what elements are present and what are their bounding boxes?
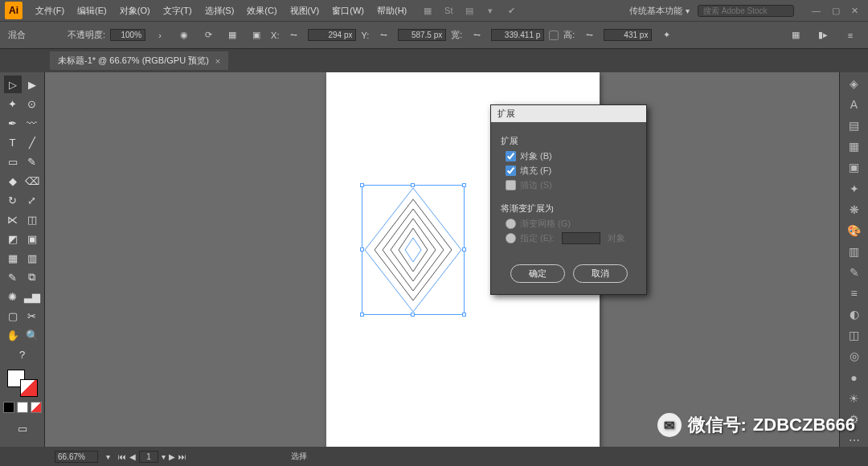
tool-type[interactable]: T xyxy=(4,133,22,151)
search-stock-input[interactable] xyxy=(698,5,794,17)
menubar-bridge-icon[interactable]: ▦ xyxy=(421,4,434,17)
menu-help[interactable]: 帮助(H) xyxy=(371,5,413,17)
checkbox-fill-input[interactable] xyxy=(506,166,516,176)
window-close[interactable]: ✕ xyxy=(851,6,858,16)
tool-rectangle[interactable]: ▭ xyxy=(4,153,22,170)
tool-zoom[interactable]: 🔍 xyxy=(23,326,41,344)
tool-lasso[interactable]: ⊙ xyxy=(23,95,41,112)
tool-direct-select[interactable]: ▶ xyxy=(23,76,41,93)
document-tab-close[interactable]: × xyxy=(215,56,220,66)
panel-align-icon[interactable]: ▤ xyxy=(846,119,862,132)
cancel-button[interactable]: 取消 xyxy=(573,264,628,283)
transform-icon[interactable]: ✦ xyxy=(659,28,674,43)
panel-dot-icon[interactable]: ● xyxy=(846,371,862,384)
tool-gradient[interactable]: ▥ xyxy=(23,249,41,267)
tool-slice[interactable]: ✂ xyxy=(23,307,41,325)
menu-select[interactable]: 选择(S) xyxy=(199,5,241,17)
tool-free-transform[interactable]: ◫ xyxy=(23,211,41,228)
panel-pattern-icon[interactable]: ❋ xyxy=(846,203,862,216)
mini-swatch-solid[interactable] xyxy=(3,402,14,413)
tool-perspective[interactable]: ▣ xyxy=(23,230,41,247)
x-input[interactable] xyxy=(308,29,356,41)
checkbox-fill[interactable]: 填充 (F) xyxy=(506,165,637,177)
tool-shape-builder[interactable]: ◩ xyxy=(4,230,22,247)
document-tab[interactable]: 未标题-1* @ 66.67% (RGB/GPU 预览) × xyxy=(50,51,228,70)
checkbox-object[interactable]: 对象 (B) xyxy=(506,150,637,162)
window-minimize[interactable]: — xyxy=(812,6,821,16)
link-y-icon[interactable]: ⥊ xyxy=(376,28,391,43)
panel-layers-icon[interactable]: ◈ xyxy=(846,77,862,90)
panel-type-icon[interactable]: A xyxy=(846,98,862,111)
align-icon[interactable]: ▦ xyxy=(225,28,240,43)
w-input[interactable] xyxy=(491,29,544,41)
ok-button[interactable]: 确定 xyxy=(510,264,565,283)
zoom-input[interactable] xyxy=(55,451,98,463)
tool-column-graph[interactable]: ▃▆ xyxy=(23,288,41,305)
tool-toggle-fill[interactable]: ? xyxy=(14,345,31,363)
menubar-check-icon[interactable]: ✔ xyxy=(505,4,518,17)
tool-curvature[interactable]: 〰 xyxy=(23,114,41,132)
tool-symbol-sprayer[interactable]: ✺ xyxy=(4,288,22,305)
menu-object[interactable]: 对象(O) xyxy=(113,5,157,17)
tool-artboard[interactable]: ▢ xyxy=(4,307,22,325)
h-input[interactable] xyxy=(604,29,652,41)
tool-rotate[interactable]: ↻ xyxy=(4,191,22,209)
opacity-chevron-icon[interactable]: › xyxy=(153,28,167,43)
nav-first-icon[interactable]: ⏮ xyxy=(118,452,126,461)
menu-type[interactable]: 文字(T) xyxy=(157,5,199,17)
ref-point-icon[interactable]: ▣ xyxy=(249,28,264,43)
tool-pen[interactable]: ✒ xyxy=(4,114,22,132)
panel-color-icon[interactable]: 🎨 xyxy=(846,224,862,237)
link-h-icon[interactable]: ⥊ xyxy=(582,28,596,43)
tool-width[interactable]: ⋉ xyxy=(4,211,22,228)
artboard-chevron-icon[interactable]: ▾ xyxy=(162,452,166,461)
panel-menu-icon[interactable]: ≡ xyxy=(843,28,858,43)
tool-selection[interactable]: ▷ xyxy=(4,76,22,93)
panel-shape-icon[interactable]: ▣ xyxy=(846,161,862,174)
style-icon[interactable]: ◉ xyxy=(177,28,191,43)
checkbox-object-input[interactable] xyxy=(506,151,516,161)
menubar-arrange-icon[interactable]: ▤ xyxy=(463,4,476,17)
menu-view[interactable]: 视图(V) xyxy=(284,5,326,17)
menu-file[interactable]: 文件(F) xyxy=(29,5,71,17)
nav-prev-icon[interactable]: ◀ xyxy=(129,452,136,461)
workspace-switcher[interactable]: 传统基本功能 xyxy=(629,5,690,17)
mini-swatch-gradient[interactable] xyxy=(17,402,28,413)
panel-gradient-icon[interactable]: ◐ xyxy=(846,308,862,321)
menu-edit[interactable]: 编辑(E) xyxy=(71,5,113,17)
tool-paintbrush[interactable]: ✎ xyxy=(23,153,41,170)
mini-swatch-none[interactable] xyxy=(31,402,42,413)
panel-appearance-icon[interactable]: ◎ xyxy=(846,350,862,362)
opacity-input[interactable] xyxy=(110,29,145,41)
tool-magic-wand[interactable]: ✦ xyxy=(4,95,22,112)
tool-eyedropper[interactable]: ✎ xyxy=(4,268,22,286)
zoom-chevron-icon[interactable]: ▾ xyxy=(106,452,110,461)
tool-shaper[interactable]: ◆ xyxy=(4,172,22,190)
canvas[interactable] xyxy=(45,72,839,447)
link-x-icon[interactable]: ⥊ xyxy=(286,28,301,43)
tool-scale[interactable]: ⤢ xyxy=(23,191,41,209)
screen-mode[interactable]: ▭ xyxy=(14,419,31,437)
menubar-stock-icon[interactable]: St xyxy=(442,4,455,17)
color-swatches[interactable] xyxy=(7,370,38,397)
menubar-gpu-icon[interactable]: ▾ xyxy=(484,4,497,17)
constrain-icon[interactable] xyxy=(549,31,559,40)
panel-stroke-icon[interactable]: ≡ xyxy=(846,287,862,300)
panel-swatches-icon[interactable]: ▥ xyxy=(846,245,862,258)
nav-next-icon[interactable]: ▶ xyxy=(169,452,175,461)
menu-effect[interactable]: 效果(C) xyxy=(240,5,283,17)
tool-line[interactable]: ╱ xyxy=(23,133,41,151)
panel-toggle-icon[interactable]: ▦ xyxy=(788,28,803,43)
tool-mesh[interactable]: ▦ xyxy=(4,249,22,267)
link-w-icon[interactable]: ⥊ xyxy=(469,28,484,43)
tool-hand[interactable]: ✋ xyxy=(4,326,22,344)
menu-window[interactable]: 窗口(W) xyxy=(326,5,371,17)
tool-blend[interactable]: ⧉ xyxy=(23,268,41,286)
recolor-icon[interactable]: ⟳ xyxy=(201,28,215,43)
panel-align-icon[interactable]: ▮▸ xyxy=(816,28,830,43)
panel-guide-icon[interactable]: ▦ xyxy=(846,140,862,153)
tool-eraser[interactable]: ⌫ xyxy=(23,172,41,190)
window-maximize[interactable]: ▢ xyxy=(832,6,840,16)
nav-last-icon[interactable]: ⏭ xyxy=(178,452,186,461)
panel-sun-icon[interactable]: ☀ xyxy=(846,392,862,405)
